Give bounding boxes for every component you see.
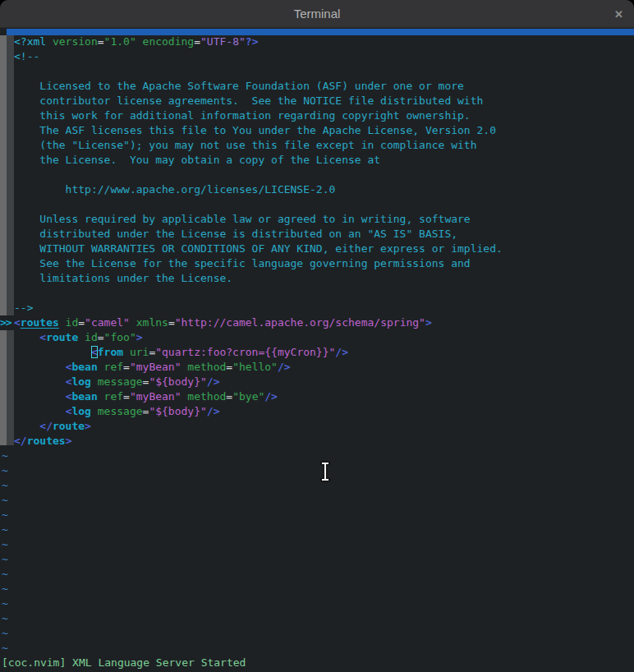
code-line: <route id="foo"> (0, 330, 634, 345)
code-line: Unless required by applicable law or agr… (0, 212, 634, 227)
code-line: (the "License"); you may not use this fi… (0, 138, 634, 153)
code-line: <log message="${body}"/> (0, 404, 634, 419)
empty-line-tilde: ~ (0, 567, 634, 582)
code-line: See the License for the specific languag… (0, 256, 634, 271)
code-line: distributed under the License is distrib… (0, 227, 634, 242)
empty-line-tilde: ~ (0, 582, 634, 596)
empty-line-tilde: ~ (0, 552, 634, 567)
code-line: <from uri="quartz:foo?cron={{myCron}}"/> (0, 345, 634, 360)
empty-line-tilde: ~ (0, 522, 634, 537)
empty-line-tilde: ~ (0, 478, 634, 493)
empty-line-tilde: ~ (0, 611, 634, 626)
code-line: limitations under the License. (0, 271, 634, 286)
code-line: <bean ref="myBean" method="bye"/> (0, 389, 634, 404)
code-line: --> (0, 301, 634, 315)
ibeam-mouse-cursor (319, 461, 331, 482)
code-line: contributor license agreements. See the … (0, 94, 634, 108)
code-area: <?xml version="1.0" encoding="UTF-8"?><!… (0, 35, 634, 670)
empty-line-tilde: ~ (0, 596, 634, 611)
titlebar[interactable]: Terminal ✕ (0, 0, 634, 28)
empty-line-tilde: ~ (0, 493, 634, 508)
code-line: this work for additional information reg… (0, 108, 634, 123)
code-line: <bean ref="myBean" method="hello"/> (0, 360, 634, 375)
code-line (0, 168, 634, 182)
terminal-content[interactable]: >> <?xml version="1.0" encoding="UTF-8"?… (0, 28, 634, 672)
status-message: [coc.nvim] XML Language Server Started (0, 656, 634, 670)
code-line: <!-- (0, 49, 634, 64)
code-line (0, 286, 634, 301)
empty-line-tilde: ~ (0, 626, 634, 641)
empty-line-tilde: ~ (0, 449, 634, 463)
code-line: </route> (0, 419, 634, 434)
code-line (0, 197, 634, 212)
code-line: <?xml version="1.0" encoding="UTF-8"?> (0, 35, 634, 49)
code-line: the License. You may obtain a copy of th… (0, 153, 634, 168)
code-line: WITHOUT WARRANTIES OR CONDITIONS OF ANY … (0, 242, 634, 256)
empty-line-tilde: ~ (0, 641, 634, 656)
close-icon[interactable]: ✕ (614, 7, 623, 20)
code-line (0, 64, 634, 79)
terminal-window: Terminal ✕ >> <?xml version="1.0" encodi… (0, 0, 634, 672)
code-line: <routes id="camel" xmlns="http://camel.a… (0, 315, 634, 330)
code-line: The ASF licenses this file to You under … (0, 123, 634, 138)
code-line: http://www.apache.org/licenses/LICENSE-2… (0, 182, 634, 197)
empty-line-tilde: ~ (0, 508, 634, 522)
empty-line-tilde: ~ (0, 537, 634, 552)
window-title: Terminal (294, 7, 341, 21)
empty-line-tilde: ~ (0, 463, 634, 478)
vim-cursor: < (91, 346, 98, 358)
code-line: Licensed to the Apache Software Foundati… (0, 79, 634, 94)
code-line: </routes> (0, 434, 634, 449)
code-line: <log message="${body}"/> (0, 375, 634, 389)
